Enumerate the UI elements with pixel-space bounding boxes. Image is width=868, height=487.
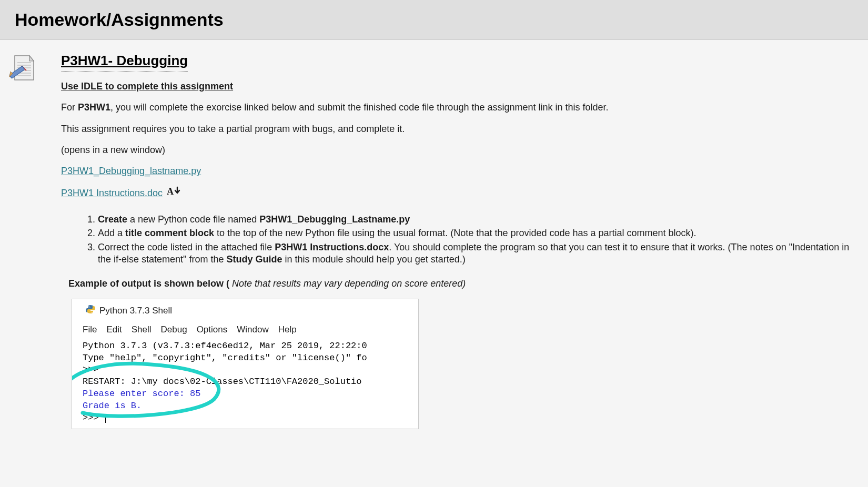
paragraph-intro: For P3HW1, you will complete the exorcis…: [61, 101, 861, 114]
text-bold: title comment block: [125, 228, 214, 238]
svg-point-9: [88, 306, 89, 307]
link-doc-file[interactable]: P3HW1 Instructions.doc: [61, 187, 163, 199]
instruction-2: Add a title comment block to the top of …: [98, 227, 861, 239]
text: Add a: [98, 228, 125, 238]
link-row-doc: P3HW1 Instructions.doc A: [61, 186, 861, 200]
shell-line-input: Please enter score: 85: [83, 388, 408, 400]
menu-debug: Debug: [161, 324, 187, 336]
icon-column: [7, 52, 38, 429]
assignment-title: P3HW1- Debugging: [61, 52, 188, 72]
svg-point-10: [92, 312, 93, 313]
cursor-icon: [105, 414, 106, 423]
text-bold: Create: [98, 214, 127, 225]
shell-line-prompt1: >>>: [83, 364, 408, 376]
links-block: P3HW1_Debugging_lastname.py P3HW1 Instru…: [61, 165, 861, 200]
text: Correct the code listed in the attached …: [98, 242, 275, 252]
text: to the top of the new Python file using …: [214, 228, 697, 238]
link-py-file[interactable]: P3HW1_Debugging_lastname.py: [61, 165, 201, 177]
assignment-icon: [8, 76, 38, 85]
menu-edit: Edit: [106, 324, 122, 336]
text-italic: Note that results may vary depending on …: [232, 278, 462, 289]
text: in this module should help you get start…: [282, 254, 466, 265]
shell-line-version: Python 3.7.3 (v3.7.3:ef4ec6ed12, Mar 25 …: [83, 340, 408, 352]
shell-line-prompt2: >>>: [83, 412, 408, 424]
link-row-py: P3HW1_Debugging_lastname.py: [61, 165, 861, 177]
menu-shell: Shell: [132, 324, 152, 336]
shell-title-bar: Python 3.7.3 Shell: [72, 299, 418, 322]
text-bold: P3HW1_Debugging_Lastname.py: [259, 214, 410, 225]
instruction-3: Correct the code listed in the attached …: [98, 241, 861, 266]
download-icon[interactable]: A: [167, 186, 181, 200]
menu-help: Help: [278, 324, 297, 336]
text: a new Python code file named: [127, 214, 259, 225]
text-bold: ): [462, 278, 466, 289]
instructions-list: Create a new Python code file named P3HW…: [98, 214, 861, 266]
paragraph-note: (opens in a new window): [61, 144, 861, 156]
shell-menubar: File Edit Shell Debug Options Window Hel…: [72, 322, 418, 339]
page-title: Homework/Assignments: [15, 9, 853, 30]
text-bold: Study Guide: [227, 254, 282, 265]
assignment-subheading: Use IDLE to complete this assignment: [61, 80, 861, 93]
paragraph-desc: This assignment requires you to take a p…: [61, 123, 861, 135]
shell-window-title: Python 3.7.3 Shell: [99, 305, 172, 317]
content-area: P3HW1- Debugging Use IDLE to complete th…: [0, 40, 868, 441]
content-column: P3HW1- Debugging Use IDLE to complete th…: [61, 52, 861, 429]
shell-line-result: Grade is B.: [83, 400, 408, 412]
text-bold: P3HW1 Instructions.docx: [275, 242, 389, 252]
menu-window: Window: [237, 324, 268, 336]
text-bold: Example of output is shown below (: [68, 278, 232, 289]
menu-options: Options: [197, 324, 228, 336]
svg-text:A: A: [167, 186, 174, 197]
text: , you will complete the exorcise linked …: [110, 102, 609, 113]
python-icon: [86, 305, 95, 318]
shell-output: Python 3.7.3 (v3.7.3:ef4ec6ed12, Mar 25 …: [72, 339, 418, 426]
shell-line-help: Type "help", "copyright", "credits" or "…: [83, 352, 408, 364]
example-heading: Example of output is shown below ( Note …: [68, 277, 861, 290]
menu-file: File: [83, 324, 97, 336]
text-bold: P3HW1: [78, 102, 110, 113]
text: For: [61, 102, 78, 113]
page-header: Homework/Assignments: [0, 0, 868, 40]
shell-line-restart: RESTART: J:\my docs\02-Classes\CTI110\FA…: [83, 376, 408, 388]
idle-shell-screenshot: Python 3.7.3 Shell File Edit Shell Debug…: [72, 299, 419, 429]
instruction-1: Create a new Python code file named P3HW…: [98, 214, 861, 226]
